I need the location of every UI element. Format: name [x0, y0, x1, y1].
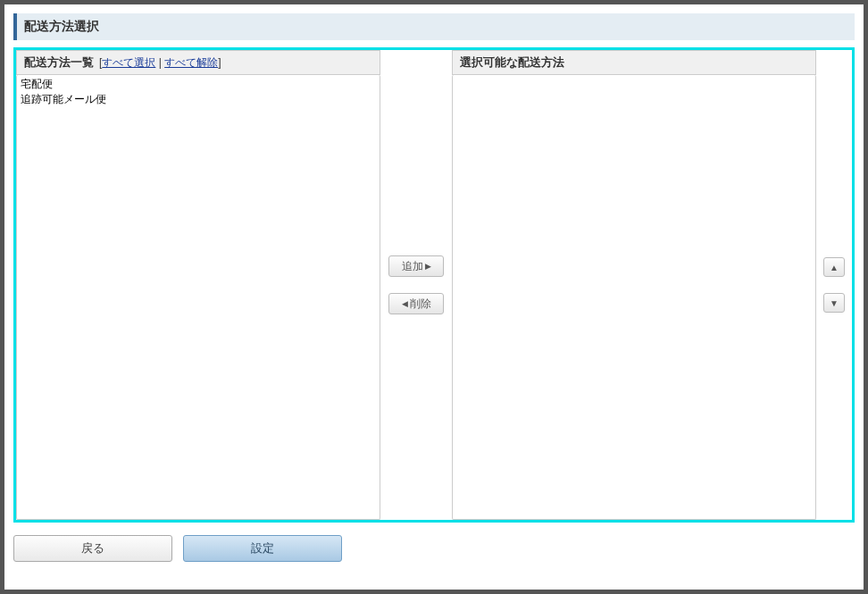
right-panel-title: 選択可能な配送方法	[460, 54, 564, 71]
arrow-down-icon: ▼	[830, 298, 839, 308]
select-links: [すべて選択 | すべて解除]	[99, 55, 221, 71]
move-up-button[interactable]: ▲	[823, 257, 845, 277]
right-panel: 選択可能な配送方法	[452, 50, 816, 520]
bracket-close: ]	[218, 56, 221, 69]
remove-label: 削除	[410, 297, 431, 312]
page-title: 配送方法選択	[24, 19, 99, 33]
left-panel-title: 配送方法一覧	[24, 54, 94, 71]
reorder-controls: ▲ ▼	[816, 50, 852, 520]
footer-buttons: 戻る 設定	[13, 535, 855, 562]
add-label: 追加	[402, 259, 423, 274]
arrow-left-icon: ◀	[402, 300, 408, 308]
select-all-link[interactable]: すべて選択	[102, 56, 155, 69]
left-panel-header: 配送方法一覧 [すべて選択 | すべて解除]	[16, 50, 380, 75]
remove-button[interactable]: ◀ 削除	[388, 293, 444, 314]
list-item[interactable]: 宅配便	[19, 77, 380, 92]
set-button[interactable]: 設定	[183, 535, 342, 562]
back-button[interactable]: 戻る	[13, 535, 172, 562]
app-frame: 配送方法選択 配送方法一覧 [すべて選択 | すべて解除] 宅配便追跡可能メール…	[4, 4, 864, 590]
left-panel: 配送方法一覧 [すべて選択 | すべて解除] 宅配便追跡可能メール便	[16, 50, 380, 520]
add-button[interactable]: 追加 ▶	[388, 255, 444, 277]
move-down-button[interactable]: ▼	[823, 293, 845, 313]
available-listbox[interactable]: 宅配便追跡可能メール便	[16, 75, 380, 520]
dual-list-container: 配送方法一覧 [すべて選択 | すべて解除] 宅配便追跡可能メール便 追加 ▶ …	[13, 47, 855, 523]
link-sep: |	[155, 56, 164, 69]
center-controls: 追加 ▶ ◀ 削除	[380, 50, 452, 520]
list-item[interactable]: 追跡可能メール便	[19, 92, 380, 107]
clear-all-link[interactable]: すべて解除	[164, 56, 218, 69]
right-panel-header: 選択可能な配送方法	[452, 50, 816, 75]
section-header: 配送方法選択	[13, 13, 855, 40]
selected-listbox[interactable]	[452, 75, 816, 520]
arrow-right-icon: ▶	[425, 263, 431, 271]
arrow-up-icon: ▲	[830, 263, 839, 272]
